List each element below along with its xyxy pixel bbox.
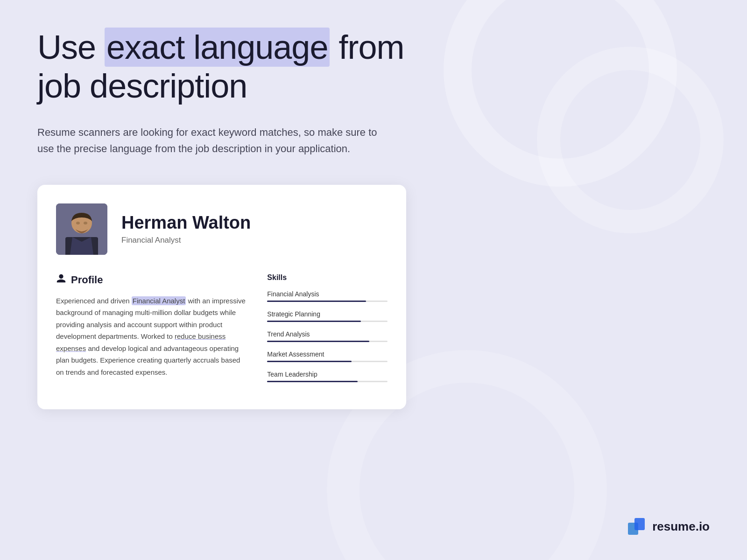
skill-bar-fill — [267, 361, 351, 362]
profile-title-text: Profile — [71, 274, 103, 286]
left-column: Profile Experienced and driven Financial… — [56, 273, 248, 391]
logo-text: resume.io — [652, 519, 710, 534]
skill-item: Market Assessment — [267, 350, 388, 362]
financial-analyst-highlight: Financial Analyst — [132, 296, 186, 305]
skill-bar-background — [267, 321, 388, 322]
right-column: Skills Financial Analysis Strategic Plan… — [267, 273, 388, 391]
resume-card: Herman Walton Financial Analyst Profile … — [37, 185, 406, 409]
skill-name: Financial Analysis — [267, 290, 388, 298]
person-name: Herman Walton — [121, 213, 251, 233]
subtext: Resume scanners are looking for exact ke… — [37, 124, 388, 157]
bg-decoration-2 — [537, 47, 724, 233]
skill-item: Team Leadership — [267, 371, 388, 382]
svg-point-3 — [76, 222, 80, 224]
main-headline: Use exact language from job description — [37, 28, 406, 105]
logo-area: resume.io — [626, 516, 710, 537]
skill-name: Strategic Planning — [267, 310, 388, 318]
avatar — [56, 203, 107, 255]
svg-point-4 — [84, 222, 87, 224]
skill-item: Strategic Planning — [267, 310, 388, 322]
profile-text: Experienced and driven Financial Analyst… — [56, 295, 248, 378]
skill-bar-background — [267, 381, 388, 382]
skill-item: Financial Analysis — [267, 290, 388, 302]
skill-bar-fill — [267, 301, 366, 302]
skill-bar-background — [267, 361, 388, 362]
svg-rect-6 — [634, 518, 645, 530]
resume-header: Herman Walton Financial Analyst — [56, 203, 388, 255]
resume-body: Profile Experienced and driven Financial… — [56, 273, 388, 391]
skill-bar-background — [267, 301, 388, 302]
skill-bar-fill — [267, 341, 369, 342]
person-job-title: Financial Analyst — [121, 236, 251, 245]
skill-item: Trend Analysis — [267, 330, 388, 342]
skill-bar-background — [267, 341, 388, 342]
name-block: Herman Walton Financial Analyst — [121, 213, 251, 245]
skill-bar-fill — [267, 321, 361, 322]
person-icon — [56, 273, 66, 287]
logo-icon — [626, 516, 647, 537]
skills-title: Skills — [267, 273, 388, 282]
headline-part1: Use — [37, 28, 105, 66]
skill-name: Trend Analysis — [267, 330, 388, 338]
profile-section-title: Profile — [56, 273, 248, 287]
skill-name: Team Leadership — [267, 371, 388, 378]
skill-bar-fill — [267, 381, 357, 382]
skill-name: Market Assessment — [267, 350, 388, 358]
skills-list: Financial Analysis Strategic Planning Tr… — [267, 290, 388, 382]
headline-highlight: exact language — [105, 28, 330, 67]
profile-text-1: Experienced and driven — [56, 297, 132, 305]
